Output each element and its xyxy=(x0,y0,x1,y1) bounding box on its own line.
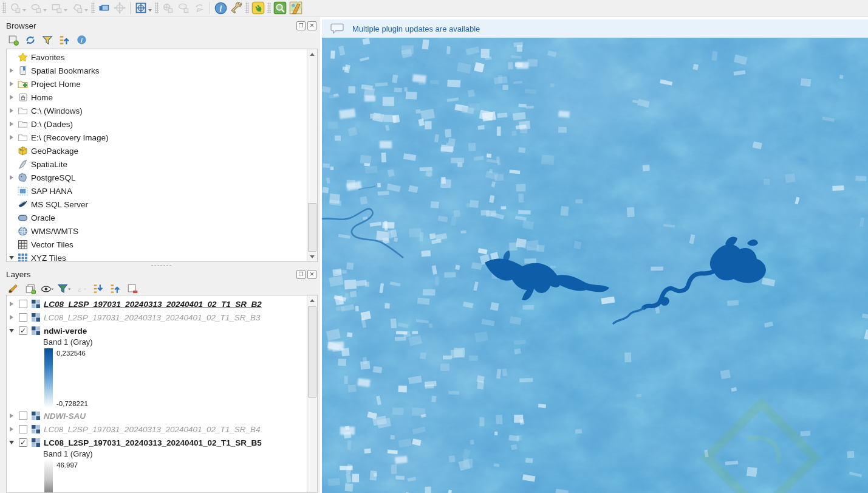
layer-item-b2[interactable]: LC08_L2SP_197031_20240313_20240401_02_T1… xyxy=(7,297,317,311)
map-canvas[interactable] xyxy=(322,38,868,493)
browser-item-mssql[interactable]: MS SQL Server xyxy=(7,198,317,211)
refresh-icon xyxy=(25,35,36,46)
project-home-icon xyxy=(18,79,28,89)
layer-item-ndwi-sau[interactable]: NDWI-SAU xyxy=(7,409,317,422)
expander-icon[interactable] xyxy=(7,66,16,75)
quickosm-button[interactable] xyxy=(288,1,304,15)
identify-features-button[interactable]: i xyxy=(213,1,228,15)
browser-item-d-drive[interactable]: D:\ (Dades) xyxy=(7,117,317,131)
scroll-up-icon[interactable] xyxy=(307,295,317,305)
browser-item-label: PostgreSQL xyxy=(31,173,76,182)
folder-icon xyxy=(18,119,28,129)
shape-digitize-ellipse-button[interactable] xyxy=(28,1,49,15)
browser-item-home[interactable]: Home xyxy=(7,91,317,104)
layers-scrollbar[interactable] xyxy=(307,295,317,492)
manage-plugins-button[interactable] xyxy=(250,1,266,15)
layer-item-b5[interactable]: ✓ LC08_L2SP_197031_20240313_20240401_02_… xyxy=(7,436,317,449)
shape-digitize-circle-button[interactable] xyxy=(7,1,28,15)
browser-scrollbar[interactable] xyxy=(307,49,317,261)
scroll-down-icon[interactable] xyxy=(307,252,317,261)
manage-map-themes-button[interactable] xyxy=(40,281,55,296)
notification-bar[interactable]: Multiple plugin updates are available xyxy=(322,19,868,38)
close-panel-button[interactable]: ✕ xyxy=(307,270,316,279)
expander-icon[interactable] xyxy=(7,253,16,262)
expander-icon[interactable] xyxy=(7,299,16,309)
browser-item-project-home[interactable]: Project Home xyxy=(7,77,317,91)
browser-item-e-drive[interactable]: E:\ (Recovery Image) xyxy=(7,131,317,144)
processing-toolbox-button[interactable] xyxy=(228,1,244,15)
browser-item-vector-tiles[interactable]: Vector Tiles xyxy=(7,238,317,251)
layer-checkbox[interactable] xyxy=(19,300,27,308)
browser-item-postgresql[interactable]: PostgreSQL xyxy=(7,171,317,184)
toolbar-grip[interactable] xyxy=(155,2,159,13)
expander-icon[interactable] xyxy=(7,411,16,421)
layer-checkbox[interactable] xyxy=(19,313,27,322)
filter-browser-button[interactable] xyxy=(40,33,55,47)
scrollbar-thumb[interactable] xyxy=(308,203,316,252)
collapse-all-button[interactable] xyxy=(108,281,123,296)
move-feature-icon xyxy=(114,2,126,14)
layer-checkbox[interactable] xyxy=(19,425,27,433)
browser-item-geopackage[interactable]: GeoPackage xyxy=(7,144,317,157)
expander-icon[interactable] xyxy=(7,92,16,102)
shape-digitize-rectangle-button[interactable] xyxy=(49,1,69,15)
osm-place-search-button[interactable] xyxy=(272,1,288,15)
rotate-feature-button[interactable] xyxy=(191,1,207,15)
layer-checkbox[interactable] xyxy=(19,412,27,420)
expander-icon[interactable] xyxy=(7,106,16,115)
scrollbar-thumb[interactable] xyxy=(308,306,316,398)
notification-message[interactable]: Multiple plugin updates are available xyxy=(352,24,480,33)
browser-item-c-drive[interactable]: C:\ (Windows) xyxy=(7,104,317,117)
open-layer-styling-button[interactable] xyxy=(6,281,21,296)
properties-button[interactable]: i xyxy=(74,33,89,47)
browser-item-spatial-bookmarks[interactable]: Spatial Bookmarks xyxy=(7,64,317,77)
float-panel-button[interactable]: ❐ xyxy=(296,21,306,30)
browser-item-sap-hana[interactable]: SAP HANA xyxy=(7,184,317,198)
filter-by-expression-button[interactable]: ε xyxy=(74,281,89,296)
layer-item-ndwi-verde[interactable]: ✓ ndwi-verde xyxy=(7,324,317,337)
offset-curve-button[interactable] xyxy=(96,1,112,15)
merge-features-button[interactable] xyxy=(176,1,191,15)
float-panel-button[interactable]: ❐ xyxy=(296,270,306,279)
expander-icon[interactable] xyxy=(7,312,16,322)
browser-item-favorites[interactable]: Favorites xyxy=(7,50,317,64)
shape-digitize-polygon-button[interactable] xyxy=(69,1,90,15)
vertex-tool-button[interactable] xyxy=(133,1,154,15)
close-panel-button[interactable]: ✕ xyxy=(307,21,316,30)
multiedit-attributes-button[interactable] xyxy=(160,1,176,15)
postgresql-icon xyxy=(18,173,28,183)
move-feature-button[interactable] xyxy=(112,1,128,15)
legend-color-ramp: 46.997 xyxy=(7,460,317,493)
collapse-tree-icon xyxy=(59,35,70,46)
toolbar-grip[interactable] xyxy=(245,2,249,13)
toolbar-grip[interactable] xyxy=(2,2,6,13)
expander-icon[interactable] xyxy=(7,326,16,336)
toolbar-grip[interactable] xyxy=(91,2,95,13)
browser-item-oracle[interactable]: Oracle xyxy=(7,211,317,224)
layer-checkbox[interactable]: ✓ xyxy=(19,438,27,447)
expander-icon[interactable] xyxy=(7,79,16,89)
vertex-tool-icon xyxy=(135,2,147,14)
chevron-down-icon xyxy=(43,9,47,12)
expand-all-button[interactable] xyxy=(91,281,106,296)
expander-icon[interactable] xyxy=(7,173,16,182)
expander-icon[interactable] xyxy=(7,119,16,129)
ndwi-raster-map xyxy=(322,38,868,493)
expander-icon[interactable] xyxy=(7,424,16,434)
toolbar-grip[interactable] xyxy=(267,2,271,13)
filter-legend-button[interactable] xyxy=(57,281,72,296)
layer-item-b3[interactable]: LC08_L2SP_197031_20240313_20240401_02_T1… xyxy=(7,311,317,324)
browser-item-wms-wmts[interactable]: WMS/WMTS xyxy=(7,224,317,238)
add-selected-layers-button[interactable] xyxy=(6,33,21,47)
layer-item-b4[interactable]: LC08_L2SP_197031_20240313_20240401_02_T1… xyxy=(7,422,317,436)
browser-item-xyz-tiles[interactable]: XYZ Tiles xyxy=(7,251,317,262)
remove-layer-button[interactable] xyxy=(125,281,140,296)
refresh-button[interactable] xyxy=(23,33,38,47)
collapse-all-button[interactable] xyxy=(57,33,72,47)
scroll-up-icon[interactable] xyxy=(307,49,317,59)
add-group-button[interactable] xyxy=(23,281,38,296)
layer-checkbox[interactable]: ✓ xyxy=(19,326,27,335)
expander-icon[interactable] xyxy=(7,133,16,142)
expander-icon[interactable] xyxy=(7,438,16,447)
browser-item-spatialite[interactable]: SpatiaLite xyxy=(7,157,317,171)
